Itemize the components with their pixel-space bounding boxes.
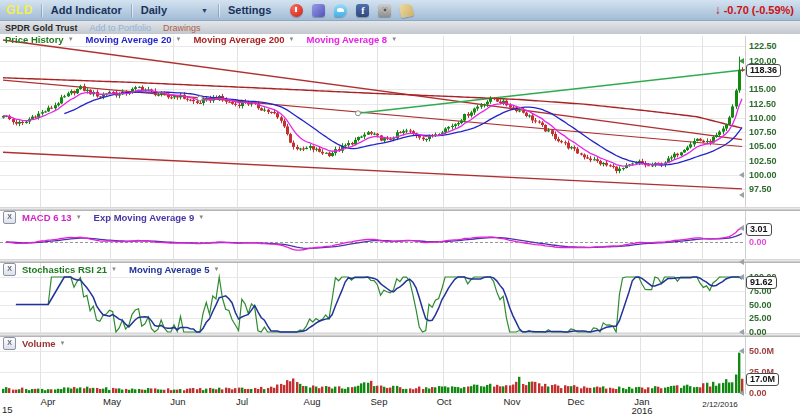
- stochastics-panel-header: XStochastics RSI 21▼Moving Average 5▼: [3, 263, 232, 275]
- month-label: Nov: [494, 397, 530, 406]
- change-value: -0.70 (-0.59%): [724, 4, 794, 16]
- macd-axis-arrow-icon: [739, 225, 744, 231]
- volume-ytick-label: 0.00: [749, 388, 767, 398]
- quote-change: ↓ -0.70 (-0.59%): [715, 3, 800, 17]
- price-ytick-label: 115.00: [749, 84, 776, 94]
- volume-ytick-label: 50.0M: [749, 346, 774, 356]
- price-ytick-label: 107.50: [749, 127, 777, 137]
- alarm-icon[interactable]: [290, 4, 303, 17]
- volume-close-button[interactable]: X: [3, 337, 16, 350]
- volume-panel-header: XVolume▼: [3, 337, 78, 349]
- stoch-axis-arrow-icon: [739, 274, 744, 280]
- stoch-indicator-label[interactable]: Stochastics RSI 21▼: [22, 264, 117, 275]
- stoch-close-button[interactable]: X: [3, 263, 16, 276]
- macd-panel-header: XMACD 6 13▼Exp Moving Average 9▼: [3, 211, 216, 223]
- last-date-label: 2/12/2016: [694, 400, 746, 409]
- charting-app-window: GLD Add Indicator Daily ▼ Settings f ↓ -…: [0, 0, 800, 415]
- chevron-down-icon: ▼: [391, 36, 397, 42]
- month-label: Dec: [558, 397, 594, 406]
- chevron-down-icon: ▼: [60, 340, 66, 346]
- volume-indicator-label[interactable]: Volume▼: [22, 338, 66, 349]
- price-ytick-label: 100.00: [749, 170, 777, 180]
- month-label: Apr: [30, 397, 66, 406]
- price-indicator-label[interactable]: Price History▼: [5, 34, 74, 45]
- down-arrow-icon: ↓: [715, 3, 721, 17]
- stochastics-last-value-box: 91.62: [746, 276, 777, 289]
- macd-axis-arrow-icon: [739, 259, 744, 265]
- chevron-down-icon: ▼: [76, 214, 82, 220]
- twitter-icon[interactable]: [334, 4, 347, 17]
- settings-button[interactable]: Settings: [219, 4, 280, 16]
- month-label: Oct: [426, 397, 462, 406]
- price-axis-arrow-icon: [739, 192, 744, 198]
- stoch-indicator-label[interactable]: Moving Average 5▼: [129, 264, 220, 275]
- panel-divider[interactable]: [0, 333, 800, 337]
- add-indicator-button[interactable]: Add Indicator: [42, 4, 131, 16]
- volume-axis-arrow-icon: [739, 348, 744, 354]
- macd-close-button[interactable]: X: [3, 211, 16, 224]
- drawings-link[interactable]: Drawings: [163, 23, 201, 33]
- price-indicator-label[interactable]: Moving Average 200▼: [193, 34, 294, 45]
- chevron-down-icon: ▼: [68, 36, 74, 42]
- volume-chart-canvas[interactable]: [0, 336, 745, 394]
- month-label: Sep: [361, 397, 397, 406]
- price-ytick-label: 112.50: [749, 99, 776, 109]
- price-panel-header: Price History▼Moving Average 20▼Moving A…: [5, 33, 409, 45]
- volume-last-value-box: 17.0M: [746, 373, 779, 386]
- stoch-ytick-label: 25.00: [749, 313, 772, 323]
- price-last-value-box: 118.36: [746, 64, 781, 77]
- chevron-down-icon[interactable]: ▼: [201, 7, 208, 14]
- note-icon[interactable]: [399, 2, 414, 17]
- symbol-label[interactable]: GLD: [0, 3, 41, 17]
- toolbar: GLD Add Indicator Daily ▼ Settings f ↓ -…: [0, 0, 800, 21]
- period-dropdown[interactable]: Daily: [132, 4, 167, 16]
- stoch-ytick-label: 50.00: [749, 300, 772, 310]
- price-axis-arrow-icon: [739, 58, 744, 64]
- price-ytick-label: 105.00: [749, 141, 777, 151]
- price-ytick-label: 122.50: [749, 41, 777, 51]
- month-label: Jan2016: [624, 397, 660, 415]
- chevron-down-icon: ▼: [289, 36, 295, 42]
- price-ytick-label: 110.00: [749, 113, 776, 123]
- macd-ytick-label: 0.00: [749, 237, 767, 247]
- month-label: Aug: [294, 397, 330, 406]
- chevron-down-icon: ▼: [198, 214, 204, 220]
- price-ytick-label: 97.50: [749, 184, 772, 194]
- price-indicator-label[interactable]: Moving Average 20▼: [86, 34, 182, 45]
- symbol-fullname: SPDR Gold Trust: [5, 23, 78, 33]
- price-ytick-label: 102.50: [749, 156, 777, 166]
- cube-icon[interactable]: [312, 4, 325, 17]
- macd-indicator-label[interactable]: Exp Moving Average 9▼: [94, 212, 205, 223]
- toolbar-icons: f: [290, 4, 413, 17]
- macd-last-value-box: 3.01: [746, 223, 772, 236]
- facebook-icon[interactable]: f: [356, 4, 369, 17]
- chevron-down-icon: ▼: [214, 266, 220, 272]
- month-label: Jun: [160, 397, 196, 406]
- axis-separator: [745, 36, 746, 394]
- price-axis-arrow-icon: [739, 172, 744, 178]
- price-chart-canvas[interactable]: [0, 36, 745, 207]
- chevron-down-icon: ▼: [111, 266, 117, 272]
- stoch-ytick-label: 0.00: [749, 327, 767, 337]
- chevron-down-icon: ▼: [175, 36, 181, 42]
- price-indicator-label[interactable]: Moving Average 8▼: [307, 34, 398, 45]
- year-start-label: 15: [2, 404, 13, 415]
- month-label: May: [94, 397, 130, 406]
- volume-axis-arrow-icon: [739, 390, 744, 396]
- stoch-axis-arrow-icon: [739, 329, 744, 335]
- add-to-portfolio-link[interactable]: Add to Portfolio: [90, 23, 152, 33]
- camera-icon[interactable]: [378, 4, 391, 17]
- month-label: Jul: [224, 397, 260, 406]
- macd-indicator-label[interactable]: MACD 6 13▼: [22, 212, 82, 223]
